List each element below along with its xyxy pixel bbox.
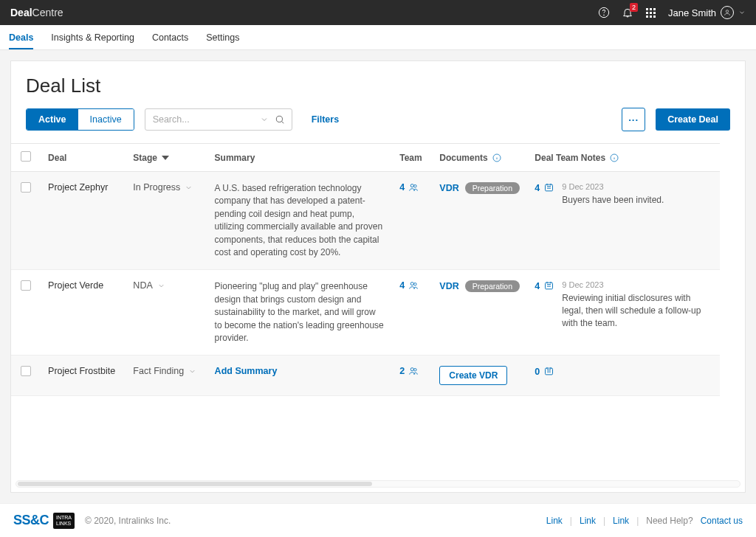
search-wrap: [145, 108, 292, 131]
user-menu[interactable]: Jane Smith: [668, 6, 746, 19]
ssc-logo: SS&C INTRA LINKS: [13, 513, 75, 529]
svg-point-7: [414, 185, 417, 188]
page-body: Deal List Active Inactive Filters ··· Cr…: [0, 50, 756, 503]
card-header: Deal List: [11, 61, 745, 108]
nav-contacts[interactable]: Contacts: [152, 26, 188, 49]
add-summary-link[interactable]: Add Summary: [215, 366, 278, 376]
more-actions-button[interactable]: ···: [622, 108, 645, 131]
table-scroll[interactable]: Deal Stage Summary Team Documents: [11, 143, 745, 476]
brand-logo: DealCentre: [10, 7, 63, 18]
table-row[interactable]: Project Zephyr In Progress A U.S. based …: [11, 172, 720, 270]
table-row[interactable]: Project Verde NDA Pioneering "plug and p…: [11, 270, 720, 356]
user-avatar-icon: [721, 6, 734, 19]
note-text: Reviewing initial disclosures with legal…: [562, 292, 712, 329]
notes-count[interactable]: 4: [535, 182, 554, 193]
stage-dropdown[interactable]: NDA: [133, 280, 199, 291]
footer-right: Link | Link | Link | Need Help? Contact …: [546, 516, 743, 526]
notification-badge: 2: [630, 3, 638, 12]
nav-deals[interactable]: Deals: [9, 26, 33, 49]
brand-light: Centre: [32, 7, 63, 18]
team-icon: [408, 366, 419, 376]
segment-inactive[interactable]: Inactive: [78, 109, 134, 130]
note-text: Buyers have been invited.: [562, 194, 664, 207]
filters-link[interactable]: Filters: [312, 114, 340, 125]
documents-cell: VDR Preparation: [439, 280, 520, 292]
stage-dropdown[interactable]: Fact Finding: [133, 366, 199, 376]
col-notes[interactable]: Deal Team Notes: [527, 144, 720, 172]
topbar-right: 2 Jane Smith: [597, 6, 746, 19]
notes-icon: [543, 280, 554, 291]
row-checkbox[interactable]: [21, 366, 31, 376]
chevron-down-icon: [188, 367, 196, 375]
svg-rect-11: [546, 283, 553, 289]
table-row[interactable]: Project Frostbite Fact Finding Add Summa…: [11, 356, 720, 396]
copyright: © 2020, Intralinks Inc.: [85, 516, 171, 526]
team-count[interactable]: 4: [399, 182, 425, 193]
apps-icon[interactable]: [645, 6, 658, 19]
footer-link[interactable]: Link: [546, 516, 563, 526]
vdr-link[interactable]: VDR: [439, 281, 458, 291]
create-vdr-button[interactable]: Create VDR: [439, 366, 507, 385]
notes-count[interactable]: 4: [535, 280, 554, 291]
notes-icon: [543, 182, 554, 193]
status-badge: Preparation: [465, 182, 520, 194]
col-summary[interactable]: Summary: [207, 144, 393, 172]
contact-link[interactable]: Contact us: [701, 516, 743, 526]
team-count[interactable]: 2: [399, 366, 425, 376]
row-checkbox[interactable]: [21, 182, 31, 193]
info-icon: [492, 153, 501, 162]
svg-point-2: [726, 10, 728, 13]
footer-link[interactable]: Link: [580, 516, 596, 526]
col-documents[interactable]: Documents: [432, 144, 527, 172]
search-input[interactable]: [145, 108, 292, 131]
footer-left: SS&C INTRA LINKS © 2020, Intralinks Inc.: [13, 513, 171, 529]
deal-name: Project Verde: [48, 280, 103, 291]
search-icon[interactable]: [275, 114, 285, 125]
svg-point-10: [414, 283, 417, 286]
scroll-thumb[interactable]: [18, 482, 372, 486]
col-stage[interactable]: Stage: [126, 144, 207, 172]
chevron-down-icon: [738, 9, 746, 16]
deal-name: Project Zephyr: [48, 182, 108, 193]
svg-point-12: [410, 368, 413, 371]
col-team[interactable]: Team: [392, 144, 432, 172]
sort-icon: [162, 154, 169, 162]
horizontal-scrollbar[interactable]: [16, 480, 740, 488]
top-bar: DealCentre 2 Jane Smith: [0, 0, 756, 25]
chevron-down-icon: [157, 282, 165, 290]
notifications-icon[interactable]: 2: [621, 6, 634, 19]
team-count[interactable]: 4: [399, 280, 425, 291]
notes-icon: [543, 366, 554, 377]
svg-point-13: [414, 369, 417, 372]
select-all-checkbox[interactable]: [21, 151, 31, 162]
notes-cell: 4 9 Dec 2023 Buyers have been invited.: [535, 182, 712, 207]
row-checkbox[interactable]: [21, 280, 31, 291]
deal-list-card: Deal List Active Inactive Filters ··· Cr…: [10, 60, 746, 493]
nav-settings[interactable]: Settings: [206, 26, 239, 49]
help-icon[interactable]: [597, 6, 611, 19]
svg-rect-14: [546, 368, 553, 375]
notes-cell: 0: [535, 366, 712, 377]
summary-text: A U.S. based refrigeration technology co…: [215, 182, 385, 259]
status-badge: Preparation: [465, 280, 520, 292]
create-deal-button[interactable]: Create Deal: [656, 108, 730, 131]
main-nav: Deals Insights & Reporting Contacts Sett…: [0, 25, 756, 50]
col-deal[interactable]: Deal: [41, 144, 126, 172]
footer: SS&C INTRA LINKS © 2020, Intralinks Inc.…: [0, 503, 756, 537]
documents-cell: VDR Preparation: [439, 182, 520, 194]
vdr-link[interactable]: VDR: [439, 183, 458, 193]
info-icon: [610, 153, 619, 162]
brand-bold: Deal: [10, 7, 32, 18]
status-segment: Active Inactive: [26, 108, 134, 131]
deals-table: Deal Stage Summary Team Documents: [11, 143, 720, 396]
footer-link[interactable]: Link: [613, 516, 629, 526]
nav-insights[interactable]: Insights & Reporting: [51, 26, 134, 49]
note-date: 9 Dec 2023: [562, 280, 712, 289]
stage-dropdown[interactable]: In Progress: [133, 182, 199, 193]
segment-active[interactable]: Active: [27, 109, 78, 130]
team-icon: [408, 280, 419, 291]
user-name: Jane Smith: [668, 7, 716, 18]
summary-text: Pioneering "plug and play" greenhouse de…: [215, 280, 385, 344]
notes-cell: 4 9 Dec 2023 Reviewing initial disclosur…: [535, 280, 712, 329]
notes-count[interactable]: 0: [535, 366, 554, 377]
